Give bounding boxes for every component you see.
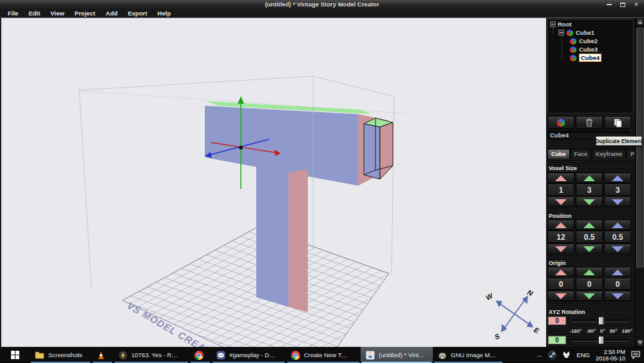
origin-x-up-button[interactable]	[547, 267, 574, 277]
origin-x-value[interactable]: 0	[547, 278, 574, 290]
close-button[interactable]: ✕	[632, 1, 640, 8]
menu-export[interactable]: Export	[123, 10, 153, 17]
origin-y-down-button[interactable]	[576, 291, 603, 301]
minimize-button[interactable]	[605, 1, 613, 8]
voxel-x-down-button[interactable]	[547, 197, 574, 207]
collapse-icon[interactable]	[558, 30, 564, 35]
tab-cube[interactable]: Cube	[547, 149, 570, 159]
pos-z-value[interactable]: 0.5	[604, 231, 631, 243]
language-indicator[interactable]: ENG	[576, 351, 590, 358]
taskbar-item-gimp[interactable]: GNU Image Manip...	[433, 347, 504, 363]
menu-help[interactable]: Help	[153, 10, 176, 17]
3d-viewport[interactable]: W N S E VS MODEL CREATOR	[1, 18, 546, 347]
rotation-x-slider[interactable]	[572, 317, 630, 325]
scroll-down-button[interactable]	[636, 338, 644, 347]
pos-y-value[interactable]: 0.5	[576, 231, 603, 243]
menu-add[interactable]: Add	[100, 10, 122, 17]
arrow-down-icon	[555, 293, 567, 299]
arrow-up-icon	[583, 175, 595, 181]
pos-x-down-button[interactable]	[547, 244, 574, 254]
taskbar-item-create-new-topic[interactable]: Create New Topic -...	[286, 347, 361, 363]
taskbar-item-winamp[interactable]: 10763. Yes - Real Lo...	[113, 347, 189, 363]
arrow-up-icon	[612, 270, 623, 275]
taskbar-item-vintage-story-model-creator[interactable]: (untitled) * Vintage ...	[361, 347, 433, 363]
rotation-x-field[interactable]: 0	[548, 317, 566, 325]
xyz-rotation-label: XYZ Rotation	[549, 309, 585, 315]
tree-item-cube2[interactable]: Cube2	[548, 37, 633, 45]
menu-project[interactable]: Project	[70, 10, 100, 17]
voxel-y-down-button[interactable]	[576, 197, 603, 207]
pos-z-up-button[interactable]	[604, 220, 631, 230]
gimp-icon	[438, 351, 447, 360]
tree-item-cube3[interactable]: Cube3	[548, 45, 633, 54]
model-cube4-selected[interactable]	[364, 118, 393, 179]
menu-file[interactable]: File	[3, 10, 23, 17]
cube-icon	[569, 54, 577, 62]
taskbar-item-screenshots[interactable]: Screenshots	[30, 347, 91, 363]
panel-scrollbar[interactable]	[635, 18, 644, 347]
taskbar-item-chrome[interactable]	[189, 347, 211, 363]
java-cup-icon	[366, 351, 375, 360]
pos-z-down-button[interactable]	[604, 244, 631, 254]
taskbar-item-discord[interactable]: #gameplay - Discord	[211, 347, 286, 363]
tray-app-icon[interactable]	[562, 351, 571, 359]
pos-y-up-button[interactable]	[576, 220, 603, 230]
arrow-up-icon	[583, 222, 595, 228]
pos-y-down-button[interactable]	[576, 244, 603, 254]
origin-x-down-button[interactable]	[547, 291, 574, 301]
triangle-up-icon	[638, 21, 643, 24]
voxel-x-value[interactable]: 1	[547, 184, 574, 196]
chrome-icon	[291, 351, 300, 360]
start-button[interactable]	[0, 347, 30, 363]
tab-keyframe[interactable]: Keyframe	[592, 149, 626, 159]
arrow-down-icon	[555, 246, 567, 252]
scroll-up-button[interactable]	[636, 18, 644, 26]
origin-z-up-button[interactable]	[604, 267, 631, 277]
origin-y-value[interactable]: 0	[576, 278, 603, 290]
action-center-icon[interactable]	[631, 351, 640, 359]
menu-edit[interactable]: Edit	[23, 10, 45, 17]
add-cube-button[interactable]	[547, 116, 574, 129]
restore-button[interactable]	[619, 1, 627, 8]
rotation-y-field[interactable]: 0	[548, 336, 566, 344]
compass-labels: W N S E	[484, 288, 540, 341]
rotation-y-slider[interactable]	[572, 336, 630, 344]
element-tree[interactable]: Root Cube1 Cube2	[547, 19, 634, 113]
pos-x-value[interactable]: 12	[547, 231, 574, 243]
voxel-y-up-button[interactable]	[576, 173, 603, 183]
arrow-up-icon	[583, 270, 595, 275]
tree-item-root[interactable]: Root	[548, 20, 633, 28]
origin-z-value[interactable]: 0	[604, 278, 631, 290]
origin-z-down-button[interactable]	[604, 291, 631, 301]
menu-view[interactable]: View	[45, 10, 69, 17]
slider-thumb[interactable]	[598, 336, 604, 344]
triangle-down-icon	[638, 341, 643, 344]
voxel-z-up-button[interactable]	[604, 173, 631, 183]
slider-thumb[interactable]	[598, 317, 604, 325]
origin-y-up-button[interactable]	[576, 267, 603, 277]
arrow-down-icon	[583, 199, 595, 205]
voxel-z-down-button[interactable]	[604, 197, 631, 207]
delete-element-button[interactable]	[576, 116, 603, 129]
tray-expand-chevron-icon[interactable]: ︿	[536, 351, 542, 360]
app-window: (untitled) * Vintage Story Model Creator…	[0, 0, 644, 363]
collapse-icon[interactable]	[550, 21, 556, 27]
voxel-x-up-button[interactable]	[547, 173, 574, 183]
arrow-down-icon	[583, 293, 595, 299]
panel-tabs: Cube Face Keyframe P	[547, 149, 638, 159]
taskbar-item-vlc[interactable]	[91, 347, 113, 363]
duplicate-element-button[interactable]	[604, 116, 631, 129]
voxel-size-label: Voxel Size	[549, 165, 577, 172]
steam-tray-icon[interactable]	[548, 351, 556, 359]
scrollbar-thumb[interactable]	[636, 28, 644, 268]
taskbar-clock[interactable]: 2:50 PM 2018-05-10	[596, 349, 625, 362]
pos-x-up-button[interactable]	[547, 220, 574, 230]
cube-icon	[569, 37, 577, 45]
voxel-y-value[interactable]: 3	[576, 184, 603, 196]
voxel-z-value[interactable]: 3	[604, 184, 631, 196]
tree-item-cube4[interactable]: Cube4	[548, 54, 633, 62]
tab-face[interactable]: Face	[571, 149, 592, 159]
tree-item-cube1[interactable]: Cube1	[548, 28, 633, 37]
cube-color-icon	[556, 117, 566, 128]
rotation-scale: -180° -90° 0° 90° 180°	[569, 328, 632, 334]
